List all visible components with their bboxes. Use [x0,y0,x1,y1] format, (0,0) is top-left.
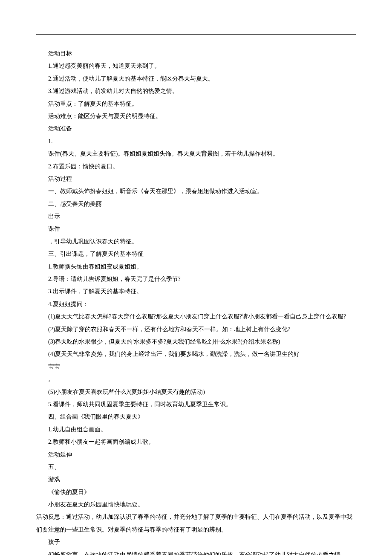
text-line: 。 [36,373,356,385]
text-line: (4)夏天天气非常炎热，我们的身上经常出汗，我们要多喝水，勤洗澡，洗头，做一名讲… [36,348,356,360]
text-line: 活动过程 [36,173,356,185]
text-line: 活动延伸 [36,448,356,461]
horizontal-rule [36,34,356,35]
text-line: 三、引出课题，了解夏天的基本特征 [36,248,356,260]
text-line: 五、 [36,461,356,473]
text-line: 活动目标 [36,47,356,60]
text-line: 游戏 [36,473,356,486]
text-line: 们畅所欲言，在欢快的活动中尽情的感受着不同的季节带给他们的乐趣，充分调动起了幼儿… [36,549,356,555]
text-line: 2.通过活动，使幼儿了解夏天的基本特征，能区分春天与夏天。 [36,72,356,85]
text-line: 《愉快的夏日》 [36,486,356,498]
text-line: 宝宝 [36,361,356,373]
text-line: 1.教师换头饰由春姐姐变成夏姐姐。 [36,260,356,273]
text-line: 二、感受春天的美丽 [36,198,356,210]
text-line: 2.教师和小朋友一起将画面创编成儿歌。 [36,436,356,448]
text-line: 3.出示课件，了解夏天的基本特征。 [36,285,356,298]
text-line: 1.幼儿自由组合画面。 [36,423,356,436]
text-line: 1. [36,135,356,147]
document-content: 活动目标 1.通过感受美丽的春天，知道夏天来到了。 2.通过活动，使幼儿了解夏天… [36,47,356,555]
text-line: ，引导幼儿巩固认识春天的特征。 [36,235,356,248]
text-line: 孩子 [36,536,356,548]
text-line: 课件(春天、夏天主要特征)。春姐姐夏姐姐头饰。春天夏天背景图，若干幼儿操作材料。 [36,147,356,160]
text-line: 活动准备 [36,122,356,135]
text-line: 2.布置乐园：愉快的夏日。 [36,160,356,173]
text-line: 2.导语：请幼儿告诉夏姐姐，春天完了是什么季节? [36,273,356,285]
text-line: (3)春天吃的水果很少，但夏天的'水果多不多?夏天我们经常吃到什么水果?(介绍水… [36,335,356,348]
text-line: 一、教师戴头饰扮春姐姐，听音乐《春天在那里》，跟春姐姐做动作进入活动室。 [36,185,356,197]
text-line: 四、组合画《我们眼里的春天夏天》 [36,410,356,423]
text-line: 活动重点：了解夏天的基本特征。 [36,98,356,110]
text-line: 活动难点：能区分春天与夏天的明显特征。 [36,110,356,122]
text-line: 小朋友在夏天的乐园里愉快地玩耍。 [36,498,356,511]
text-line: 4.夏姐姐提问： [36,298,356,310]
text-line: (1)夏天天气比春天怎样?春天穿什么衣服?那么夏天小朋友们穿上什么衣服?请小朋友… [36,310,356,323]
text-line: (2)夏天除了穿的衣服和春天不一样，还有什么地方和春天不一样。如：地上树上有什么… [36,323,356,335]
text-line: 1.通过感受美丽的春天，知道夏天来到了。 [36,60,356,72]
text-line: 课件 [36,223,356,235]
text-line: 活动反思：通过活动，幼儿加深认识了春季的特征，并充分地了解了夏季的主要特征、人们… [36,511,356,536]
text-line: (5)小朋友在夏天喜欢玩些什么?(夏姐姐小结夏天有趣的活动) [36,386,356,398]
text-line: 出示 [36,210,356,223]
text-line: 5.看课件，师幼共同巩固夏季主要特征，同时教育幼儿夏季卫生常识。 [36,398,356,410]
text-line: 3.通过游戏活动，萌发幼儿对大自然的热爱之情。 [36,85,356,97]
